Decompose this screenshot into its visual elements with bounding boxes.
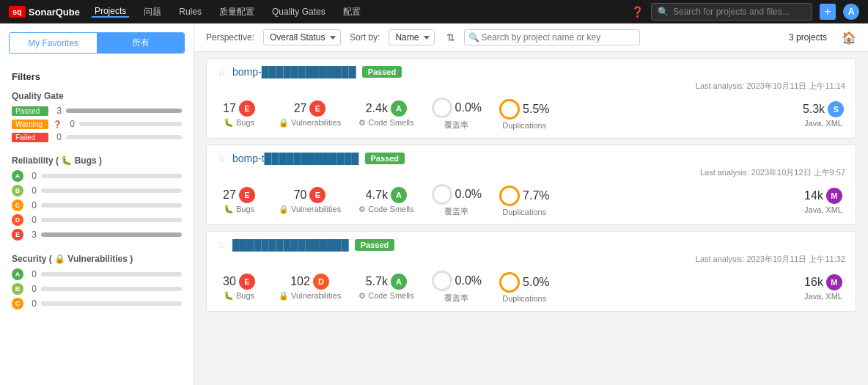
filter-warning[interactable]: Warning ❓ 0 [0,117,194,131]
coverage-metric-0: 0.0% 覆盖率 [432,98,482,131]
vuln-label-1: 🔒 Vulnerabilities [279,205,341,214]
grade-a-badge: A [12,170,23,182]
grade-d-bar [41,218,182,222]
star-icon-2[interactable]: ☆ [217,239,227,251]
grade-c-bar [41,203,182,208]
smells-top-1: 4.7k A [366,187,407,203]
home-icon[interactable]: 🏠 [842,31,856,45]
logo-text: SonarQube [29,7,80,18]
nav-projects[interactable]: Projects [92,6,129,18]
search-project-container: 🔍 [464,29,640,45]
tab-row: My Favorites 所有 [9,32,185,54]
project-status-0: Passed [362,66,402,78]
failed-badge: Failed [12,133,48,142]
global-search[interactable]: 🔍 Search for projects and files... [651,3,812,21]
perspective-label: Perspective: [206,32,254,43]
vuln-top-2: 102 D [290,274,329,290]
bugs-metric-2: 30 E 🐛 Bugs [217,274,261,301]
nav-issues[interactable]: 问题 [141,6,164,18]
warning-bar [79,122,182,126]
smells-value-2: 5.7k [366,275,388,288]
card-metrics-2: 30 E 🐛 Bugs 102 D 🔒 Vulnerabilities 5.7k… [217,271,845,304]
smells-label-0: ⚙ Code Smells [358,118,413,128]
top-nav: sq SonarQube Projects 问题 Rules 质量配置 Qual… [0,0,868,23]
coverage-label-0: 覆盖率 [444,120,468,131]
nav-quality-profiles[interactable]: 质量配置 [216,6,257,18]
reliability-item-b[interactable]: B 0 [0,183,194,198]
failed-count: 0 [53,132,62,142]
nav-quality-gates[interactable]: Quality Gates [269,7,328,17]
coverage-top-1: 0.0% [432,184,482,205]
sec-grade-c-bar [41,301,182,306]
search-project-input[interactable] [464,29,640,45]
security-item-c[interactable]: C 0 [0,296,194,311]
coverage-ring-1 [432,184,452,205]
grade-e-bar [41,232,182,237]
logo: sq SonarQube [9,6,80,18]
smells-value-0: 2.4k [366,102,388,115]
grade-b-bar [41,188,182,193]
add-button[interactable]: + [820,4,836,20]
size-value-1: 14k [804,189,823,202]
smells-top-0: 2.4k A [366,100,407,117]
reliability-label: Reliability ( 🐛 Bugs ) [12,155,102,166]
search-project-icon: 🔍 [468,32,479,43]
sort-direction-icon[interactable]: ⇅ [446,32,455,43]
dup-label-1: Duplications [502,208,546,216]
reliability-title: Reliability ( 🐛 Bugs ) [0,151,194,169]
star-icon-1[interactable]: ☆ [217,153,227,164]
reliability-item-a[interactable]: A 0 [0,169,194,183]
reliability-item-e[interactable]: E 3 [0,227,194,242]
grade-a-count: 0 [28,171,37,181]
perspective-select[interactable]: Overall Status [263,29,341,45]
reliability-item-c[interactable]: C 0 [0,198,194,213]
filter-failed[interactable]: Failed 0 [0,131,194,144]
project-name-0[interactable]: bomp-█████████████ [232,66,356,78]
sort-select[interactable]: Name [389,29,435,45]
size-top-0: 5.3k S [803,101,844,117]
card-metrics-1: 27 E 🐛 Bugs 70 E 🔒 Vulnerabilities 4.7k … [217,184,845,217]
lang-label-1: Java, XML [804,205,842,214]
dup-ring-1 [499,186,520,206]
nav-configuration[interactable]: 配置 [340,6,364,18]
card-meta-2: Last analysis: 2023年10月11日 上午11:32 [217,254,845,265]
vuln-grade-2: D [313,274,329,290]
project-name-1[interactable]: bomp-t█████████████ [232,153,359,164]
sec-grade-c-badge: C [12,298,23,309]
dup-top-1: 7.7% [499,186,549,206]
tab-all[interactable]: 所有 [97,33,184,53]
bugs-grade-0: E [239,100,255,117]
smells-grade-0: A [391,100,407,117]
tab-favorites[interactable]: My Favorites [10,33,97,53]
bugs-value-2: 30 [223,275,236,288]
security-item-b[interactable]: B 0 [0,282,194,296]
vuln-metric-2: 102 D 🔒 Vulnerabilities [279,274,341,301]
project-name-2[interactable]: ████████████████ [232,239,349,251]
dup-value-1: 7.7% [523,189,549,202]
security-item-a[interactable]: A 0 [0,267,194,282]
nav-right: ❓ 🔍 Search for projects and files... + A [631,3,859,21]
smells-top-2: 5.7k A [366,274,407,290]
grade-b-badge: B [12,185,23,197]
warning-help-icon[interactable]: ❓ [53,120,62,128]
bugs-metric-1: 27 E 🐛 Bugs [217,187,261,214]
bugs-label-2: 🐛 Bugs [224,291,254,301]
user-avatar[interactable]: A [843,4,859,20]
smells-label-1: ⚙ Code Smells [358,205,413,214]
grade-e-count: 3 [28,230,37,240]
bugs-value-1: 27 [223,188,236,202]
vuln-label-2: 🔒 Vulnerabilities [279,291,341,301]
card-meta-0: Last analysis: 2023年10月11日 上午11:14 [217,81,845,92]
coverage-metric-1: 0.0% 覆盖率 [432,184,482,217]
help-button[interactable]: ❓ [631,6,644,18]
star-icon-0[interactable]: ☆ [217,66,227,78]
filter-passed[interactable]: Passed 3 [0,104,194,117]
project-card-1: ☆ bomp-t█████████████ Passed Last analys… [206,144,856,225]
card-header-0: ☆ bomp-█████████████ Passed [217,66,845,78]
nav-rules[interactable]: Rules [176,7,205,17]
sec-grade-a-badge: A [12,268,23,280]
reliability-item-d[interactable]: D 0 [0,213,194,227]
bugs-top-1: 27 E [223,187,255,203]
passed-badge: Passed [12,106,48,116]
coverage-label-2: 覆盖率 [444,293,468,304]
